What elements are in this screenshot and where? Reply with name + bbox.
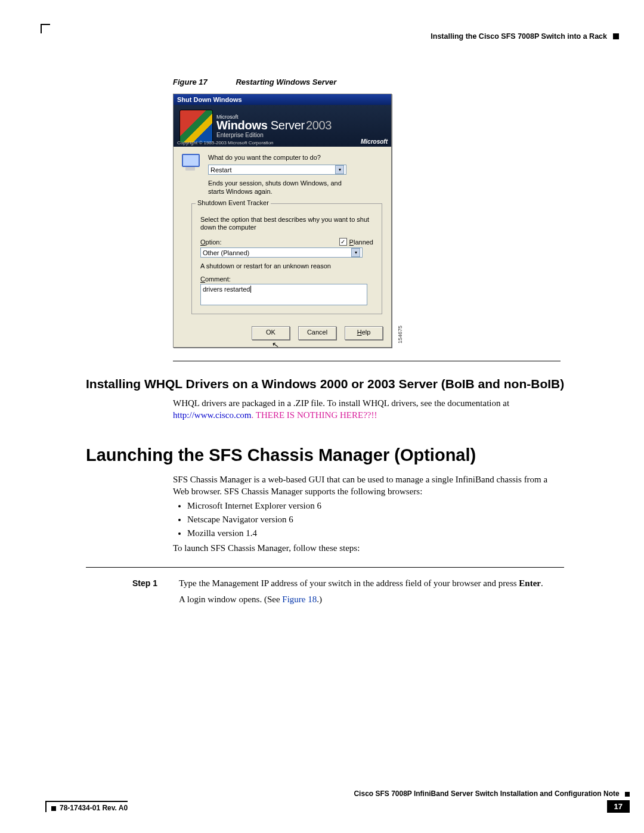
whql-heading: Installing WHQL Drivers on a Windows 200… [86, 377, 602, 391]
event-tracker-group: Shutdown Event Tracker Select the option… [191, 203, 382, 315]
step1-enter: Enter [519, 578, 541, 588]
monitor-icon [181, 153, 201, 171]
footer-rev: 78-17434-01 Rev. A0 [60, 804, 128, 812]
whql-text-pre: WHQL drivers are packaged in a .ZIP file… [173, 398, 509, 408]
planned-checkbox[interactable]: ✓ PlannedPlanned [339, 238, 373, 246]
step-label: Step 1 [132, 578, 166, 605]
dialog-titlebar: Shut Down Windows [174, 94, 391, 105]
comment-input[interactable]: drivers restarted [200, 284, 367, 305]
help-button[interactable]: HelpHelp [345, 326, 383, 340]
horizontal-rule [173, 361, 561, 361]
reason-description: A shutdown or restart for an unknown rea… [200, 262, 373, 270]
chevron-down-icon: ▾ [351, 248, 360, 257]
dialog-title: Shut Down Windows [177, 96, 242, 103]
brand-edition: Enterprise Edition [216, 132, 332, 138]
brand-windows: Windows [216, 119, 268, 132]
sfs-launch-line: To launch SFS Chassis Manager, follow th… [173, 542, 564, 554]
step1-line2-post: .) [317, 594, 322, 604]
list-item: Netscape Navigator version 6 [187, 515, 564, 525]
checkbox-checked-icon: ✓ [339, 238, 347, 246]
step1-line2-pre: A login window opens. (See [179, 594, 282, 604]
browser-list: Microsoft Internet Explorer version 6 Ne… [187, 501, 564, 538]
running-header-text: Installing the Cisco SFS 7008P Switch in… [431, 32, 607, 41]
step-body: Type the Management IP address of your s… [179, 578, 564, 605]
action-description: Ends your session, shuts down Windows, a… [208, 179, 351, 196]
figure-label: Figure 17 [173, 78, 208, 86]
whql-note: THERE IS NOTHING HERE??!! [256, 410, 377, 420]
whql-dot: . [252, 410, 256, 420]
figure-caption: Figure 17 Restarting Windows Server [173, 78, 602, 86]
whql-paragraph: WHQL drivers are packaged in a .ZIP file… [173, 397, 564, 422]
option-label: OOption:ption: [200, 239, 221, 246]
cancel-button[interactable]: Cancel [298, 326, 336, 340]
brand-server: Server [271, 119, 305, 132]
sfs-heading: Launching the SFS Chassis Manager (Optio… [86, 445, 602, 465]
page-footer: Cisco SFS 7008P InfiniBand Server Switch… [45, 789, 630, 813]
sfs-intro: SFS Chassis Manager is a web-based GUI t… [173, 473, 564, 498]
dialog-question: What do you want the computer to do? [208, 154, 383, 161]
list-item: Mozilla version 1.4 [187, 528, 564, 538]
cisco-link[interactable]: http://www.cisco.com [173, 410, 252, 420]
figure-id: 154675 [397, 326, 403, 343]
step1-post: . [541, 578, 543, 588]
event-tracker-legend: Shutdown Event Tracker [196, 199, 271, 206]
footer-square-icon [51, 806, 56, 811]
cursor-icon: ↖ [271, 339, 280, 350]
option-select-value: Other (Planned) [203, 249, 249, 256]
crop-mark [41, 24, 50, 33]
chevron-down-icon: ▾ [335, 165, 344, 174]
windows-flag-icon [179, 110, 213, 143]
step1-pre: Type the Management IP address of your s… [179, 578, 519, 588]
figure-ref-link[interactable]: Figure 18 [282, 594, 317, 604]
dialog-body: What do you want the computer to do? Res… [174, 147, 391, 323]
steps-block: Step 1 Type the Management IP address of… [86, 567, 564, 605]
figure-title: Restarting Windows Server [236, 78, 336, 86]
page-number: 17 [607, 800, 630, 813]
brand-ms-italic: Microsoft [361, 138, 388, 145]
option-select[interactable]: Other (Planned) ▾ [200, 247, 363, 258]
action-select[interactable]: Restart ▾ [208, 165, 346, 175]
action-select-value: Restart [210, 166, 231, 174]
dialog-buttons: OK Cancel HelpHelp [174, 323, 391, 347]
shutdown-dialog: Shut Down Windows Microsoft Windows Serv… [173, 94, 392, 348]
comment-label: Comment:Comment: [200, 275, 373, 283]
footer-square-icon [625, 792, 630, 797]
brand-year: 2003 [306, 119, 332, 132]
comment-value: drivers restarted [203, 286, 250, 293]
running-header: Installing the Cisco SFS 7008P Switch in… [431, 32, 619, 41]
list-item: Microsoft Internet Explorer version 6 [187, 501, 564, 511]
event-tracker-hint: Select the option that best describes wh… [200, 216, 373, 233]
ok-button[interactable]: OK [252, 326, 290, 340]
dialog-banner: Microsoft Windows Server2003 Enterprise … [174, 105, 391, 147]
brand-copyright: Copyright © 1985-2003 Microsoft Corporat… [177, 140, 274, 145]
footer-doc-name: Cisco SFS 7008P InfiniBand Server Switch… [354, 789, 619, 798]
header-square-icon [613, 33, 619, 39]
